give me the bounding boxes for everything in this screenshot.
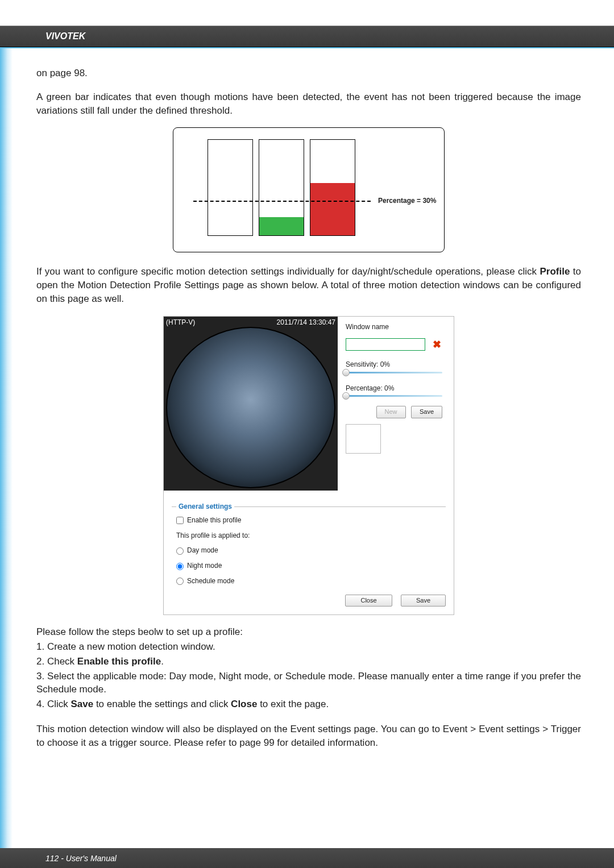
close-icon[interactable]: ✖ [433, 339, 441, 350]
fisheye-image [166, 327, 335, 488]
schedule-mode-radio[interactable] [176, 578, 184, 585]
bar-1 [208, 139, 253, 236]
bar-3-fill [310, 183, 355, 235]
footer-text: 112 - User's Manual [45, 854, 117, 863]
profile-instruction: If you want to configure specific motion… [36, 265, 581, 305]
save-button-2[interactable]: Save [401, 595, 446, 607]
sensitivity-slider[interactable] [346, 372, 442, 373]
enable-profile-checkbox[interactable] [176, 517, 184, 524]
schedule-mode-label: Schedule mode [187, 577, 234, 585]
threshold-line [193, 201, 371, 202]
new-button[interactable]: New [376, 406, 406, 418]
brand-label: VIVOTEK [45, 31, 85, 41]
percentage-slider[interactable] [346, 395, 442, 397]
applied-to-label: This profile is applied to: [172, 528, 446, 543]
percentage-label: Percentage: 0% [346, 384, 446, 393]
day-mode-label: Day mode [187, 546, 218, 554]
bar-3 [310, 139, 355, 236]
sensitivity-label: Sensitivity: 0% [346, 360, 446, 369]
video-preview: (HTTP-V) 2011/7/14 13:30:47 [164, 317, 338, 491]
slider-thumb[interactable] [342, 392, 350, 400]
green-bar-explanation: A green bar indicates that even though m… [36, 90, 581, 118]
night-mode-label: Night mode [187, 562, 222, 570]
intro-page-ref: on page 98. [36, 67, 581, 80]
step-3: 3. Select the applicable mode: Day mode,… [36, 670, 581, 697]
steps-list: Please follow the steps beolw to set up … [36, 625, 581, 711]
general-settings-fieldset: General settings Enable this profile Thi… [172, 506, 446, 589]
close-button[interactable]: Close [345, 595, 392, 607]
profile-keyword: Profile [540, 266, 570, 277]
closing-paragraph: This motion detection window will also b… [36, 722, 581, 750]
window-name-label: Window name [346, 322, 446, 332]
step-2: 2. Check Enable this profile. [36, 655, 581, 668]
preview-thumbnail [346, 424, 381, 454]
page-header: VIVOTEK [0, 26, 614, 47]
bar-2 [259, 139, 304, 236]
bar-2-fill [259, 217, 304, 235]
step-1: 1. Create a new motion detection window. [36, 640, 581, 654]
day-mode-radio[interactable] [176, 547, 184, 555]
left-gutter [0, 48, 13, 868]
steps-intro: Please follow the steps beolw to set up … [36, 625, 581, 639]
save-button[interactable]: Save [411, 406, 442, 418]
threshold-label: Percentage = 30% [378, 196, 436, 206]
slider-thumb[interactable] [342, 369, 350, 376]
night-mode-radio[interactable] [176, 563, 184, 570]
page-footer: 112 - User's Manual [0, 848, 614, 868]
fieldset-legend: General settings [176, 502, 234, 512]
window-name-input[interactable] [346, 338, 425, 351]
stream-timestamp: 2011/7/14 13:30:47 [277, 318, 335, 327]
enable-profile-label: Enable this profile [187, 516, 241, 524]
profile-settings-screenshot: (HTTP-V) 2011/7/14 13:30:47 Window name … [163, 316, 454, 615]
step-4: 4. Click Save to enable the settings and… [36, 697, 581, 711]
stream-label: (HTTP-V) [166, 318, 195, 327]
threshold-diagram: Percentage = 30% [173, 127, 445, 252]
